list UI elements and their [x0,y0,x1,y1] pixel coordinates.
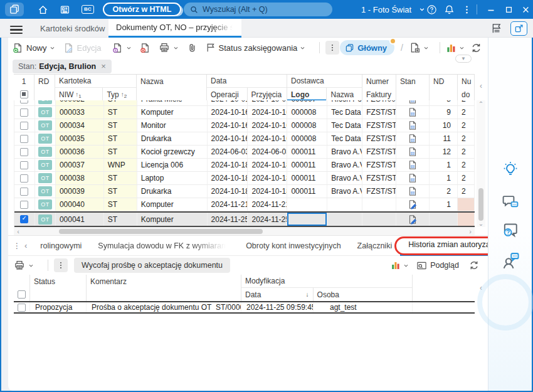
row-select-cell[interactable] [14,185,35,198]
cell-logo[interactable]: 000011 [287,159,327,171]
history-column-osoba[interactable]: Osoba [314,288,412,301]
cell-data-operacji[interactable]: 2024-10-18 [208,159,248,171]
cell-rd[interactable]: OT [35,132,56,145]
cell-data-przyjecia[interactable]: 2024-11-25 [248,213,287,226]
hamburger-menu-icon[interactable] [10,24,23,36]
cell-data-operacji[interactable]: 2024-10-18 [208,185,248,198]
preview-toggle[interactable]: Podgląd [416,260,462,271]
cell-niw[interactable]: 000033 [56,106,104,119]
notifications-bell-icon[interactable] [444,0,455,19]
cell-osoba[interactable]: agt_test [314,302,413,312]
row-select-cell[interactable] [14,119,35,132]
row-checkbox[interactable] [20,188,28,196]
feedback-chat-icon[interactable] [501,193,520,212]
tabs-scroll-left-icon[interactable]: ‹ [24,241,27,250]
history-column-data[interactable]: Data ↓ [241,288,314,301]
minimize-button[interactable] [487,0,495,19]
chart-view-button[interactable] [446,43,465,53]
history-row[interactable]: PropozycjaProśba o akceptację dokumentu … [14,301,475,314]
cell-rd[interactable]: OT [35,159,56,171]
more-menu-icon[interactable] [462,0,472,19]
bottom-tab-1[interactable]: rolingowymi [32,236,90,256]
cell-stan[interactable] [396,119,430,132]
cell-rd[interactable]: OT [35,213,56,226]
history-select-cell[interactable] [14,302,30,312]
cell-numer-faktury[interactable]: FZST/ST [362,185,396,198]
cell-dostawca-nazwa[interactable]: Bravo A.V [327,159,362,171]
column-typ[interactable]: Typ ↑2 [103,88,136,101]
cell-dostawca-nazwa[interactable]: Tec Data [327,119,362,132]
history-chart-button[interactable] [391,260,409,270]
column-nd[interactable]: ND [430,75,458,101]
cell-data-operacji[interactable]: 2024-11-21 [208,198,248,211]
cell-data-przyjecia[interactable]: 2024-10-16 [248,132,287,145]
cell-nazwa[interactable]: Komputer [137,213,208,226]
column-data-operacji[interactable]: Operacji [207,88,248,101]
notes-icon[interactable] [491,23,502,34]
refresh-button[interactable] [471,43,482,53]
cell-data-przyjecia[interactable]: 2024-10-18 [248,172,287,184]
cell-nd[interactable]: 1 [430,198,458,211]
row-checkbox[interactable] [20,161,28,169]
cell-typ[interactable]: ST [104,100,137,105]
column-group-data[interactable]: Data Operacji Przyjęcia [207,75,287,101]
cell-logo[interactable] [287,198,327,211]
cell-numer-dokumentu[interactable]: 2 [458,132,475,145]
cell-logo[interactable]: 000008 [287,132,327,145]
cell-nazwa[interactable]: Pralka Miele [137,100,208,105]
horizontal-scrollbar-thumb[interactable] [59,229,263,234]
cell-data-operacji[interactable]: 2024-11-25 [208,213,248,226]
cell-typ[interactable]: ST [104,213,137,226]
row-select-cell[interactable] [14,213,35,226]
cell-niw[interactable]: 000039 [56,185,104,198]
cell-rd[interactable]: OT [35,198,56,211]
cell-dostawca-nazwa[interactable] [327,213,362,226]
open-external-button[interactable] [510,21,527,36]
cell-data-przyjecia[interactable]: 2024-10-18 [248,159,287,171]
cell-nazwa[interactable]: Drukarka [137,185,208,198]
cell-dostawca-nazwa[interactable]: Ricoh Po [327,100,362,105]
cell-typ[interactable]: ST [104,172,137,184]
close-button[interactable] [522,0,530,19]
row-select-cell[interactable] [14,198,35,211]
cell-data-operacji[interactable]: 2024-06-03 [208,146,248,158]
bottom-tab-3[interactable]: Obroty kont inwestycyjnych [238,236,349,256]
toolbar-more-button[interactable] [325,41,339,55]
column-stan[interactable]: Stan [396,75,430,101]
cell-status[interactable]: Propozycja [30,302,87,312]
cell-data-przyjecia[interactable]: 2024-10-01 [248,100,287,105]
cell-niw[interactable]: 000037 [56,159,104,171]
cell-numer-dokumentu[interactable] [458,213,475,226]
cell-nazwa[interactable]: Laptop [137,172,208,184]
cell-typ[interactable]: ST [104,132,137,145]
new-button[interactable]: Nowy [13,43,55,53]
withdraw-approval-request-button[interactable]: Wycofaj prośbę o akceptację dokumentu [74,258,230,273]
cell-typ[interactable]: ST [104,119,137,132]
open-in-html-button[interactable]: Otwórz w HTML [103,3,182,16]
filter-remove-icon[interactable]: × [101,61,106,71]
bottom-tab-2[interactable]: Symulacja dowodu w FK z wymiarami [90,236,238,256]
collapse-columns-icon[interactable]: ‹ [480,82,482,90]
cell-nd[interactable] [430,213,458,226]
history-more-button[interactable] [54,258,68,272]
column-group-kartoteka[interactable]: Kartoteka NIW ↑1 Typ ↑2 [55,75,137,101]
cell-stan[interactable] [396,159,430,171]
cell-nd[interactable]: 1 [430,172,458,184]
vertical-scrollbar[interactable]: ⌃ ⌄ [477,100,485,227]
cell-niw[interactable]: 000036 [56,146,104,158]
cell-numer-dokumentu[interactable] [458,198,475,211]
cell-logo[interactable]: 000011 [287,185,327,198]
suggestions-lightbulb-icon[interactable] [502,160,519,179]
bc-icon[interactable]: BC [82,5,94,14]
cell-data-przyjecia[interactable]: 2024-10-16 [248,119,287,132]
cell-typ[interactable]: ST [104,106,137,119]
cell-komentarz[interactable]: Prośba o akceptację dokumentu OT ST/0000… [87,302,241,312]
column-data-przyjecia[interactable]: Przyjęcia [248,88,287,101]
cell-nd[interactable]: 12 [430,146,458,158]
cell-logo[interactable]: 000011 [287,146,327,158]
table-row[interactable]: OT000032STPralka Miele2024-10-012024-10-… [14,100,475,106]
column-numer-faktury[interactable]: Numer Faktury [362,75,396,101]
cell-logo[interactable]: 000008 [287,119,327,132]
cell-stan[interactable] [396,146,430,158]
cell-logo[interactable]: 000011 [287,172,327,184]
